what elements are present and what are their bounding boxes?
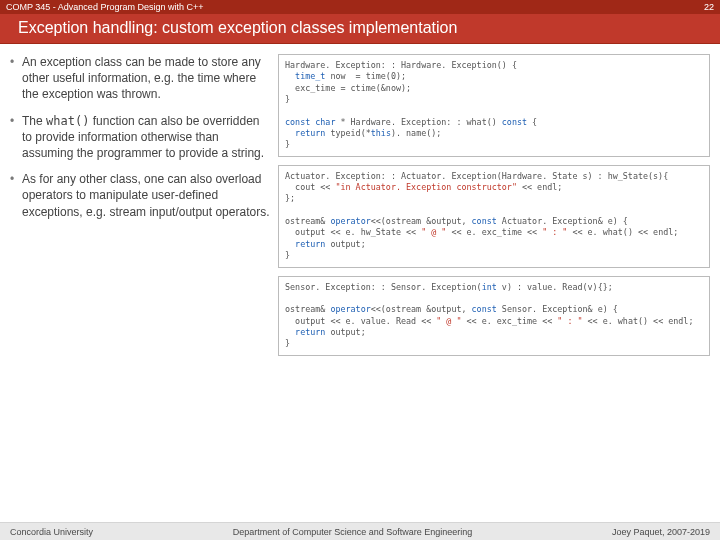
code-block: Sensor. Exception: : Sensor. Exception(i… bbox=[278, 276, 710, 356]
page-number: 22 bbox=[704, 2, 714, 12]
footer-left: Concordia University bbox=[10, 527, 93, 537]
bullet-text-pre: The bbox=[22, 114, 46, 128]
bullet-item: The what() function can also be overridd… bbox=[10, 113, 270, 162]
bullet-list: An exception class can be made to store … bbox=[10, 54, 270, 356]
bullet-item: As for any other class, one can also ove… bbox=[10, 171, 270, 220]
footer-right: Joey Paquet, 2007-2019 bbox=[612, 527, 710, 537]
bullet-text: As for any other class, one can also ove… bbox=[22, 172, 269, 218]
course-label: COMP 345 - Advanced Program Design with … bbox=[6, 2, 203, 12]
footer-center: Department of Computer Science and Softw… bbox=[233, 527, 473, 537]
bullet-text: An exception class can be made to store … bbox=[22, 55, 261, 101]
code-block: Actuator. Exception: : Actuator. Excepti… bbox=[278, 165, 710, 268]
slide-title: Exception handling: custom exception cla… bbox=[0, 14, 720, 44]
code-column: Hardware. Exception: : Hardware. Excepti… bbox=[278, 54, 710, 356]
code-block: Hardware. Exception: : Hardware. Excepti… bbox=[278, 54, 710, 157]
bullet-code: what() bbox=[46, 114, 89, 128]
bullet-item: An exception class can be made to store … bbox=[10, 54, 270, 103]
header-bar: COMP 345 - Advanced Program Design with … bbox=[0, 0, 720, 14]
content-area: An exception class can be made to store … bbox=[0, 44, 720, 356]
footer-bar: Concordia University Department of Compu… bbox=[0, 522, 720, 540]
